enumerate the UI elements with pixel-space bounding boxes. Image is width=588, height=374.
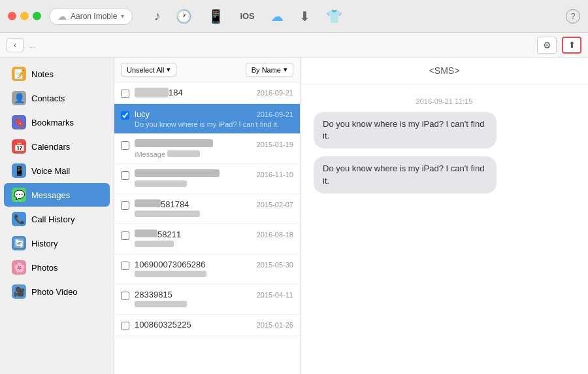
photos-icon: 🌸: [12, 260, 26, 275]
item-checkbox[interactable]: [121, 171, 129, 180]
item-info: 58211 2016-08-18: [135, 230, 293, 248]
chat-timestamp: 2016-09-21 11:15: [314, 97, 575, 105]
blurred-name: [135, 139, 213, 147]
item-date: 2016-09-21: [257, 110, 293, 118]
ios-icon[interactable]: iOS: [240, 11, 254, 21]
sidebar-label-notes: Notes: [31, 69, 54, 79]
item-checkbox[interactable]: [121, 90, 129, 98]
sidebar-item-photovideo[interactable]: 🎥 Photo Video: [4, 280, 110, 303]
sidebar-item-callhistory[interactable]: 📞 Call History: [4, 207, 110, 231]
item-checkbox[interactable]: [121, 322, 129, 330]
message-row: Do you know where is my iPad? I can't fi…: [314, 156, 575, 193]
sidebar-label-messages: Messages: [31, 190, 70, 200]
account-name: Aaron Imobie: [71, 12, 117, 21]
sidebar-label-bookmarks: Bookmarks: [31, 118, 74, 128]
sidebar-label-photos: Photos: [31, 263, 57, 273]
close-button[interactable]: [8, 12, 16, 20]
sidebar-item-bookmarks[interactable]: 🔖 Bookmarks: [4, 110, 110, 134]
notes-icon: 📝: [12, 67, 26, 81]
download-icon[interactable]: ⬇: [299, 8, 310, 24]
device-icon[interactable]: 📱: [208, 8, 224, 24]
clock-icon[interactable]: 🕐: [176, 8, 192, 24]
export-button[interactable]: ⬆: [562, 37, 581, 54]
list-item[interactable]: lucy 2016-09-21 Do you know where is my …: [114, 104, 300, 134]
item-name: lucy: [135, 109, 150, 119]
sidebar-label-voicemail: Voice Mail: [31, 166, 70, 176]
item-date: 2015-01-19: [257, 141, 293, 148]
sidebar-item-contacts[interactable]: 👤 Contacts: [4, 86, 110, 110]
chevron-down-icon: ▾: [121, 12, 124, 20]
list-item[interactable]: 581784 2015-02-07: [114, 194, 300, 224]
item-checkbox[interactable]: [121, 201, 129, 210]
item-date: 2015-05-30: [257, 261, 293, 269]
item-date: 2016-08-18: [257, 231, 293, 239]
photovideo-icon: 🎥: [12, 284, 26, 299]
sort-label: By Name: [252, 66, 281, 74]
main-content: 📝 Notes 👤 Contacts 🔖 Bookmarks 📅 Calenda…: [0, 58, 588, 374]
breadcrumb: ...: [29, 41, 35, 50]
item-preview: [135, 301, 293, 309]
settings-button[interactable]: ⚙: [537, 37, 557, 54]
item-preview: [135, 241, 293, 248]
help-button[interactable]: ?: [566, 9, 580, 24]
item-preview: [135, 211, 293, 218]
list-item[interactable]: 100860325225 2015-01-26: [114, 314, 300, 336]
blurred-name: ————: [135, 88, 169, 97]
sidebar-item-voicemail[interactable]: 📱 Voice Mail: [4, 159, 110, 182]
list-item[interactable]: 106900073065286 2015-05-30: [114, 254, 300, 284]
dropdown-arrow-icon: ▾: [167, 65, 171, 74]
unselect-label: Unselect All: [127, 66, 164, 74]
chat-panel: <SMS> 2016-09-21 11:15 Do you know where…: [301, 58, 588, 374]
cloud-icon: ☁: [57, 11, 67, 22]
titlebar: ☁ Aaron Imobie ▾ ♪ 🕐 📱 iOS ☁ ⬇ 👕 ?: [0, 0, 588, 33]
list-item[interactable]: 58211 2016-08-18: [114, 224, 300, 254]
message-bubble: Do you know where is my iPad? I can't fi…: [314, 112, 497, 148]
sidebar-item-calendars[interactable]: 📅 Calendars: [4, 135, 110, 158]
minimize-button[interactable]: [20, 12, 29, 20]
unselect-all-button[interactable]: Unselect All ▾: [121, 63, 176, 76]
sort-arrow-icon: ▾: [284, 65, 287, 74]
sidebar-item-photos[interactable]: 🌸 Photos: [4, 256, 110, 279]
item-preview: Do you know where is my iPad? I can't fi…: [135, 120, 293, 128]
tshirt-icon[interactable]: 👕: [326, 8, 342, 24]
list-item[interactable]: 2015-01-19 iMessage: [114, 134, 300, 164]
message-row: Do you know where is my iPad? I can't fi…: [314, 112, 575, 148]
voicemail-icon: 📱: [12, 163, 26, 178]
blurred-name: [135, 169, 220, 177]
back-button[interactable]: ‹: [7, 38, 24, 52]
item-preview: [135, 271, 293, 279]
item-info: 2016-11-10: [135, 169, 293, 188]
toolbar: ‹ ... ⚙ ⬆: [0, 33, 588, 58]
contacts-icon: 👤: [12, 91, 26, 105]
sidebar-item-messages[interactable]: 💬 Messages: [4, 183, 110, 207]
message-list: Unselect All ▾ By Name ▾ ————184 2016-09…: [114, 58, 301, 374]
item-checkbox[interactable]: [121, 111, 129, 120]
item-info: 28339815 2015-04-11: [135, 290, 293, 309]
message-bubble: Do you know where is my iPad? I can't fi…: [314, 156, 497, 193]
cloud-nav-icon[interactable]: ☁: [270, 8, 284, 24]
item-preview: iMessage: [135, 150, 293, 158]
messages-icon: 💬: [12, 188, 26, 202]
item-name: 100860325225: [135, 320, 191, 330]
item-name: 106900073065286: [135, 260, 205, 269]
item-preview: [135, 180, 293, 188]
item-checkbox[interactable]: [121, 292, 129, 300]
sidebar-item-history[interactable]: 🔄 History: [4, 231, 110, 255]
sidebar-item-notes[interactable]: 📝 Notes: [4, 62, 110, 86]
list-item[interactable]: 2016-11-10: [114, 164, 300, 194]
item-checkbox[interactable]: [121, 262, 129, 270]
traffic-lights: [8, 12, 41, 20]
item-checkbox[interactable]: [121, 231, 129, 240]
chat-header: <SMS>: [301, 58, 588, 84]
item-checkbox[interactable]: [121, 141, 129, 150]
list-item[interactable]: ————184 2016-09-21: [114, 82, 300, 104]
music-icon[interactable]: ♪: [154, 8, 160, 24]
item-date: 2015-01-26: [257, 321, 293, 329]
item-info: 106900073065286 2015-05-30: [135, 260, 293, 279]
account-pill[interactable]: ☁ Aaron Imobie ▾: [49, 8, 133, 25]
item-info: 100860325225 2015-01-26: [135, 320, 293, 330]
list-item[interactable]: 28339815 2015-04-11: [114, 284, 300, 314]
sort-button[interactable]: By Name ▾: [246, 63, 293, 76]
item-info: lucy 2016-09-21 Do you know where is my …: [135, 109, 293, 128]
maximize-button[interactable]: [33, 12, 41, 20]
